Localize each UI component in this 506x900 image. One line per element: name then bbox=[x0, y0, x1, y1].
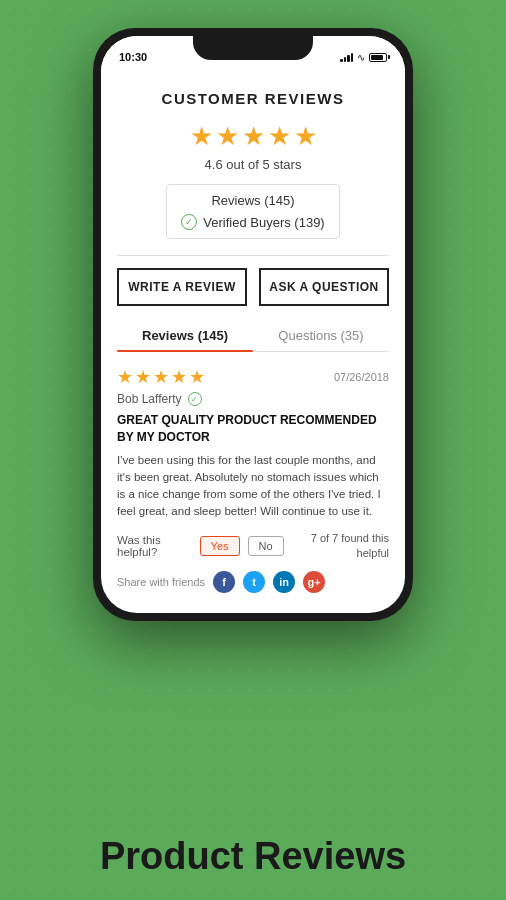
star-4: ★ bbox=[268, 121, 291, 152]
googleplus-icon[interactable]: g+ bbox=[303, 571, 325, 593]
overall-stars: ★ ★ ★ ★ ★ bbox=[117, 121, 389, 152]
share-label: Share with friends bbox=[117, 576, 205, 588]
notch bbox=[193, 36, 313, 60]
tab-questions[interactable]: Questions (35) bbox=[253, 320, 389, 351]
status-time: 10:30 bbox=[119, 51, 147, 63]
helpful-label: Was this helpful? bbox=[117, 534, 192, 558]
share-row: Share with friends f t in g+ bbox=[117, 571, 389, 593]
wifi-icon: ∿ bbox=[357, 52, 365, 63]
review-star-5: ★ bbox=[189, 366, 205, 388]
review-body: I've been using this for the last couple… bbox=[117, 452, 389, 521]
signal-icon bbox=[340, 52, 353, 62]
battery-icon bbox=[369, 53, 387, 62]
filter-reviews-label: Reviews (145) bbox=[181, 193, 324, 208]
reviewer-row: Bob Lafferty ✓ bbox=[117, 392, 389, 406]
screen-content: CUSTOMER REVIEWS ★ ★ ★ ★ ★ 4.6 out of 5 … bbox=[101, 78, 405, 613]
phone-screen: 10:30 ∿ CUSTOMER REVIEWS ★ ★ bbox=[101, 36, 405, 613]
review-item: ★ ★ ★ ★ ★ 07/26/2018 Bob Lafferty ✓ GREA… bbox=[117, 366, 389, 593]
star-5: ★ bbox=[294, 121, 317, 152]
phone-frame: 10:30 ∿ CUSTOMER REVIEWS ★ ★ bbox=[93, 28, 413, 621]
review-stars-row: ★ ★ ★ ★ ★ 07/26/2018 bbox=[117, 366, 389, 388]
tabs-row: Reviews (145) Questions (35) bbox=[117, 320, 389, 352]
review-title: GREAT QUALITY PRODUCT RECOMMENDED BY MY … bbox=[117, 412, 389, 446]
helpful-count: 7 of 7 found this helpful bbox=[292, 531, 389, 562]
filter-box[interactable]: Reviews (145) ✓ Verified Buyers (139) bbox=[166, 184, 339, 239]
status-bar: 10:30 ∿ bbox=[101, 36, 405, 78]
review-date: 07/26/2018 bbox=[334, 371, 389, 383]
star-3: ★ bbox=[242, 121, 265, 152]
footer-title: Product Reviews bbox=[0, 815, 506, 900]
page-title: CUSTOMER REVIEWS bbox=[117, 90, 389, 107]
ask-question-button[interactable]: ASK A QUESTION bbox=[259, 268, 389, 306]
helpful-row: Was this helpful? Yes No 7 of 7 found th… bbox=[117, 531, 389, 562]
action-buttons: WRITE A REVIEW ASK A QUESTION bbox=[117, 268, 389, 306]
tab-reviews[interactable]: Reviews (145) bbox=[117, 320, 253, 351]
rating-text: 4.6 out of 5 stars bbox=[117, 157, 389, 172]
verified-check-icon: ✓ bbox=[181, 214, 197, 230]
status-icons: ∿ bbox=[340, 52, 387, 63]
helpful-no-button[interactable]: No bbox=[248, 536, 284, 556]
review-star-3: ★ bbox=[153, 366, 169, 388]
facebook-icon[interactable]: f bbox=[213, 571, 235, 593]
helpful-yes-button[interactable]: Yes bbox=[200, 536, 240, 556]
review-star-4: ★ bbox=[171, 366, 187, 388]
star-2: ★ bbox=[216, 121, 239, 152]
filter-verified-row: ✓ Verified Buyers (139) bbox=[181, 214, 324, 230]
linkedin-icon[interactable]: in bbox=[273, 571, 295, 593]
review-star-2: ★ bbox=[135, 366, 151, 388]
divider-1 bbox=[117, 255, 389, 256]
reviewer-name: Bob Lafferty bbox=[117, 392, 182, 406]
filter-verified-label: Verified Buyers (139) bbox=[203, 215, 324, 230]
star-1: ★ bbox=[190, 121, 213, 152]
twitter-icon[interactable]: t bbox=[243, 571, 265, 593]
review-star-1: ★ bbox=[117, 366, 133, 388]
write-review-button[interactable]: WRITE A REVIEW bbox=[117, 268, 247, 306]
reviewer-verified-icon: ✓ bbox=[188, 392, 202, 406]
